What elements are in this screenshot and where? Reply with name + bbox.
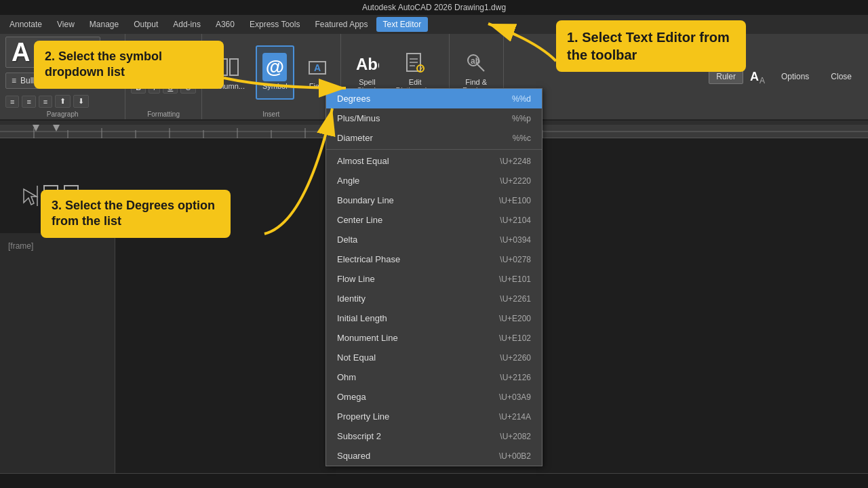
almostequal-label: Almost Equal	[337, 156, 389, 166]
squared-label: Squared	[337, 451, 370, 461]
svg-text:Abc: Abc	[356, 55, 379, 73]
ruler-triangle-right	[53, 125, 60, 131]
angle-shortcode: \U+2220	[500, 176, 531, 186]
svg-text:A: A	[314, 62, 321, 73]
electricalphase-shortcode: \U+0278	[500, 255, 531, 264]
ruler-triangle-left	[33, 125, 39, 131]
symbol-btn[interactable]: @ Symbol	[256, 45, 294, 100]
omega-shortcode: \U+03A9	[499, 392, 531, 402]
diameter-shortcode: %%c	[513, 134, 531, 143]
dropdown-item-omega[interactable]: Omega \U+03A9	[326, 387, 542, 407]
format-btn-2[interactable]: ≡	[22, 96, 35, 108]
callout-step3-text: 3. Select the Degrees option from the li…	[52, 199, 215, 228]
dropdown-item-identity[interactable]: Identity \U+2261	[326, 289, 542, 308]
tab-addins[interactable]: Add-ins	[166, 17, 208, 32]
centerline-shortcode: \U+2104	[500, 216, 531, 225]
dropdown-item-degrees[interactable]: Degrees %%d	[326, 89, 542, 108]
callout-step1-text: 1. Select Text Editor from the toolbar	[567, 30, 730, 62]
propertyline-label: Property Line	[337, 411, 389, 422]
field-label: Field	[309, 82, 326, 90]
dropdown-item-initiallength[interactable]: Initial Length \U+E200	[326, 308, 542, 328]
dropdown-item-angle[interactable]: Angle \U+2220	[326, 171, 542, 190]
format-btn-5[interactable]: ⬇	[73, 95, 89, 108]
dropdown-item-ohm[interactable]: Ohm \U+2126	[326, 367, 542, 387]
insert-content: Column... @ Symbol A Field	[208, 37, 335, 108]
format-btn-4[interactable]: ⬆	[55, 95, 71, 108]
diameter-label: Diameter	[337, 133, 373, 143]
monumentline-label: Monument Line	[337, 333, 398, 343]
bullets-icon: ≡	[12, 76, 16, 85]
initiallength-label: Initial Length	[337, 313, 387, 323]
squared-shortcode: \U+00B2	[499, 451, 531, 461]
dropdown-item-monumentline[interactable]: Monument Line \U+E102	[326, 328, 542, 348]
omega-label: Omega	[337, 392, 366, 402]
insert-label: Insert	[262, 108, 279, 118]
tab-annotate[interactable]: Annotate	[3, 17, 49, 32]
notequal-shortcode: \U+2260	[500, 353, 531, 363]
subscript2-label: Subscript 2	[337, 431, 381, 441]
svg-text:A: A	[750, 70, 759, 83]
dropdown-item-electricalphase[interactable]: Electrical Phase \U+0278	[326, 249, 542, 269]
tab-express[interactable]: Express Tools	[243, 17, 307, 32]
dropdown-item-diameter[interactable]: Diameter %%c	[326, 128, 542, 148]
dropdown-item-propertyline[interactable]: Property Line \U+214A	[326, 407, 542, 426]
tab-featured[interactable]: Featured Apps	[308, 17, 374, 32]
svg-text:✓: ✓	[419, 66, 424, 72]
tab-text-editor[interactable]: Text Editor	[376, 17, 429, 32]
dropdown-item-squared[interactable]: Squared \U+00B2	[326, 446, 542, 466]
svg-marker-33	[24, 189, 37, 205]
dropdown-item-almostequal[interactable]: Almost Equal \U+2248	[326, 151, 542, 171]
options-btn[interactable]: Options	[773, 69, 817, 84]
close-btn[interactable]: Close	[823, 69, 860, 84]
ohm-shortcode: \U+2126	[500, 373, 531, 382]
status-bar	[0, 473, 868, 488]
dropdown-item-plusminus[interactable]: Plus/Minus %%p	[326, 108, 542, 128]
identity-label: Identity	[337, 293, 366, 304]
delta-label: Delta	[337, 235, 357, 245]
title-bar: Autodesk AutoCAD 2026 Drawing1.dwg	[0, 0, 868, 15]
title-text: Autodesk AutoCAD 2026 Drawing1.dwg	[362, 3, 506, 12]
format-btn-3[interactable]: ≡	[39, 96, 52, 108]
tab-view[interactable]: View	[50, 17, 81, 32]
degrees-label: Degrees	[337, 94, 370, 104]
identity-shortcode: \U+2261	[500, 294, 531, 304]
symbol-icon: @	[262, 55, 287, 79]
tab-output[interactable]: Output	[127, 17, 165, 32]
initiallength-shortcode: \U+E200	[499, 314, 531, 323]
at-symbol-display: @	[262, 53, 287, 81]
plusminus-shortcode: %%p	[512, 114, 531, 123]
tab-manage[interactable]: Manage	[83, 17, 125, 32]
symbol-label: Symbol	[262, 82, 288, 90]
dropdown-item-flowline[interactable]: Flow Line \U+E101	[326, 269, 542, 289]
dropdown-item-boundaryline[interactable]: Boundary Line \U+E100	[326, 190, 542, 210]
svg-rect-1	[230, 59, 238, 75]
ohm-label: Ohm	[337, 372, 356, 382]
subscript2-shortcode: \U+2082	[500, 432, 531, 441]
abc-icon: Abc	[355, 51, 379, 75]
callout-step1: 1. Select Text Editor from the toolbar	[556, 20, 746, 72]
callout-step2: 2. Select the symbol dropdown list	[34, 41, 224, 89]
degrees-shortcode: %%d	[512, 94, 531, 104]
plusminus-label: Plus/Minus	[337, 113, 380, 123]
boundaryline-label: Boundary Line	[337, 195, 394, 205]
dropdown-item-subscript2[interactable]: Subscript 2 \U+2082	[326, 426, 542, 446]
dropdown-item-notequal[interactable]: Not Equal \U+2260	[326, 348, 542, 367]
dropdown-item-delta[interactable]: Delta \U+0394	[326, 230, 542, 249]
electricalphase-label: Electrical Phase	[337, 254, 400, 264]
centerline-label: Center Line	[337, 215, 382, 225]
field-icon: A	[305, 55, 330, 79]
dropdown-divider	[326, 149, 542, 150]
propertyline-shortcode: \U+214A	[499, 412, 531, 422]
tab-a360[interactable]: A360	[209, 17, 241, 32]
svg-text:ab: ab	[471, 56, 480, 66]
style-label: Paragraph	[47, 108, 79, 118]
flowline-label: Flow Line	[337, 274, 375, 284]
boundaryline-shortcode: \U+E100	[499, 196, 531, 205]
format-row: ≡ ≡ ≡ ⬆ ⬇	[5, 95, 89, 108]
flowline-shortcode: \U+E101	[499, 274, 531, 284]
format-btn-1[interactable]: ≡	[5, 96, 19, 108]
dropdown-item-centerline[interactable]: Center Line \U+2104	[326, 210, 542, 230]
delta-shortcode: \U+0394	[500, 235, 531, 245]
format-label: Formatting	[147, 108, 180, 118]
edit-dict-icon: ✓	[403, 51, 427, 75]
